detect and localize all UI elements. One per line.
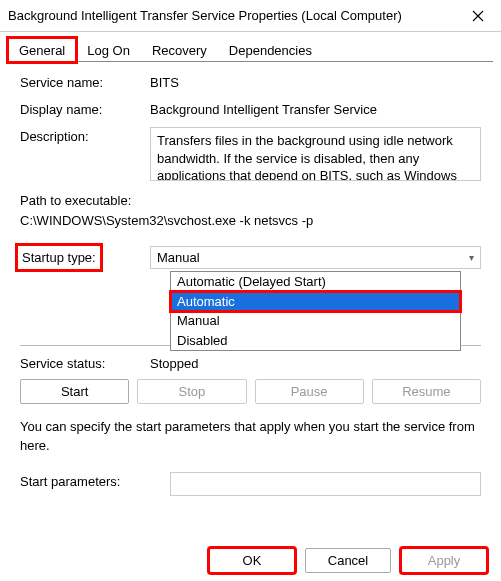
stop-button: Stop [137, 379, 246, 404]
tab-general[interactable]: General [8, 38, 76, 62]
close-button[interactable] [455, 0, 501, 32]
tab-recovery[interactable]: Recovery [141, 38, 218, 62]
tab-logon[interactable]: Log On [76, 38, 141, 62]
pause-button: Pause [255, 379, 364, 404]
apply-button: Apply [401, 548, 487, 573]
start-parameters-label: Start parameters: [20, 472, 170, 489]
display-name-value: Background Intelligent Transfer Service [150, 100, 481, 117]
tab-content: Service name: BITS Display name: Backgro… [0, 63, 501, 510]
description-text[interactable]: Transfers files in the background using … [150, 127, 481, 181]
startup-type-label: Startup type: [20, 246, 150, 267]
startup-type-dropdown[interactable]: Automatic (Delayed Start) Automatic Manu… [170, 271, 461, 351]
path-section: Path to executable: C:\WINDOWS\System32\… [20, 191, 481, 230]
startup-type-selected: Manual [157, 250, 200, 265]
option-automatic-delayed[interactable]: Automatic (Delayed Start) [171, 272, 460, 292]
display-name-label: Display name: [20, 100, 150, 117]
startup-type-select[interactable]: Manual ▾ [150, 246, 481, 269]
option-disabled[interactable]: Disabled [171, 331, 460, 351]
chevron-down-icon: ▾ [469, 252, 474, 263]
service-status-label: Service status: [20, 354, 150, 371]
option-automatic[interactable]: Automatic [171, 292, 460, 312]
ok-button[interactable]: OK [209, 548, 295, 573]
service-name-label: Service name: [20, 73, 150, 90]
option-manual[interactable]: Manual [171, 311, 460, 331]
tab-dependencies[interactable]: Dependencies [218, 38, 323, 62]
start-button[interactable]: Start [20, 379, 129, 404]
titlebar: Background Intelligent Transfer Service … [0, 0, 501, 32]
control-buttons: Start Stop Pause Resume [20, 379, 481, 404]
start-params-note: You can specify the start parameters tha… [20, 418, 481, 456]
path-value: C:\WINDOWS\System32\svchost.exe -k netsv… [20, 211, 481, 231]
close-icon [472, 10, 484, 22]
description-label: Description: [20, 127, 150, 144]
dialog-footer: OK Cancel Apply [209, 548, 487, 573]
resume-button: Resume [372, 379, 481, 404]
tab-strip: General Log On Recovery Dependencies [0, 32, 501, 62]
cancel-button[interactable]: Cancel [305, 548, 391, 573]
path-label: Path to executable: [20, 191, 481, 211]
service-status-value: Stopped [150, 354, 481, 371]
window-title: Background Intelligent Transfer Service … [8, 8, 455, 23]
start-parameters-input[interactable] [170, 472, 481, 496]
service-name-value: BITS [150, 73, 481, 90]
